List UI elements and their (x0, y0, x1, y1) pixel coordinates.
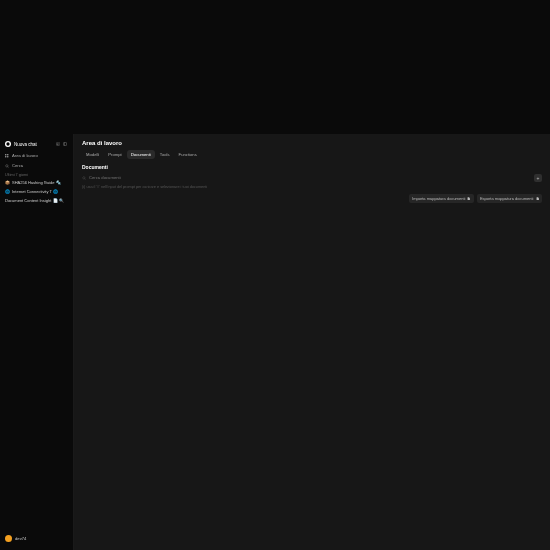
sidebar-item-workspace[interactable]: Area di lavoro (3, 151, 70, 160)
page-title: Area di lavoro (82, 140, 542, 146)
user-menu[interactable]: dev74 (3, 532, 70, 545)
import-icon (467, 197, 471, 201)
svg-point-6 (6, 164, 8, 166)
tab-models[interactable]: Modelli (82, 150, 103, 159)
new-chat-label[interactable]: Nuova chat (14, 142, 54, 147)
chat-item[interactable]: 📦 SHA256 Hashing Guide 🔩 (3, 178, 70, 187)
import-label: Importa mappatura documenti (412, 196, 465, 201)
export-icon (536, 197, 540, 201)
avatar (5, 535, 12, 542)
app-logo (5, 141, 11, 147)
section-heading: Documenti (82, 164, 542, 170)
svg-rect-5 (7, 156, 8, 157)
chat-title: Internet Connectivity T 🌐 (12, 189, 58, 194)
tab-prompts[interactable]: Prompt (104, 150, 126, 159)
search-row: + (82, 173, 542, 182)
sidebar-search[interactable]: Cerca (3, 161, 70, 170)
footer-actions: Importa mappatura documenti Esporta mapp… (82, 194, 542, 203)
sidebar-section-label: Ultimi 7 giorni (3, 170, 70, 178)
svg-rect-4 (6, 156, 7, 157)
chat-emoji: 📦 (5, 180, 10, 185)
chat-emoji: 🌐 (5, 189, 10, 194)
svg-point-7 (83, 176, 85, 178)
hint-text: (i) usa il '#' nell'input del prompt per… (82, 185, 542, 189)
svg-rect-3 (7, 154, 8, 155)
tabs: Modelli Prompt Documenti Tools Functions (82, 150, 542, 159)
tab-documents[interactable]: Documenti (127, 150, 155, 159)
search-input[interactable] (89, 175, 531, 180)
tab-tools[interactable]: Tools (156, 150, 174, 159)
dci-label: Document Content Insight (5, 198, 51, 203)
main-content: Area di lavoro Modelli Prompt Documenti … (74, 134, 550, 550)
chat-item[interactable]: 🌐 Internet Connectivity T 🌐 (3, 187, 70, 196)
search-icon (82, 176, 86, 180)
dci-emoji: 📄 🔍 (53, 198, 64, 203)
add-document-button[interactable]: + (534, 174, 542, 182)
sidebar-search-label: Cerca (12, 163, 23, 168)
user-name: dev74 (15, 536, 26, 541)
document-insight-item[interactable]: Document Content Insight 📄 🔍 (3, 196, 70, 205)
svg-rect-2 (6, 154, 7, 155)
svg-rect-1 (64, 143, 67, 146)
sidebar: Nuova chat Area di lavoro Cerca Ultimi 7… (0, 134, 74, 550)
sidebar-top: Nuova chat (3, 139, 70, 151)
sidebar-item-label: Area di lavoro (12, 153, 38, 158)
tab-functions[interactable]: Functions (175, 150, 201, 159)
search-box[interactable] (82, 173, 531, 182)
export-button[interactable]: Esporta mappatura documenti (477, 194, 542, 203)
export-label: Esporta mappatura documenti (480, 196, 534, 201)
compose-icon[interactable] (55, 141, 61, 147)
import-button[interactable]: Importa mappatura documenti (409, 194, 474, 203)
chat-title: SHA256 Hashing Guide 🔩 (12, 180, 61, 185)
collapse-icon[interactable] (62, 141, 68, 147)
svg-point-0 (6, 142, 9, 145)
